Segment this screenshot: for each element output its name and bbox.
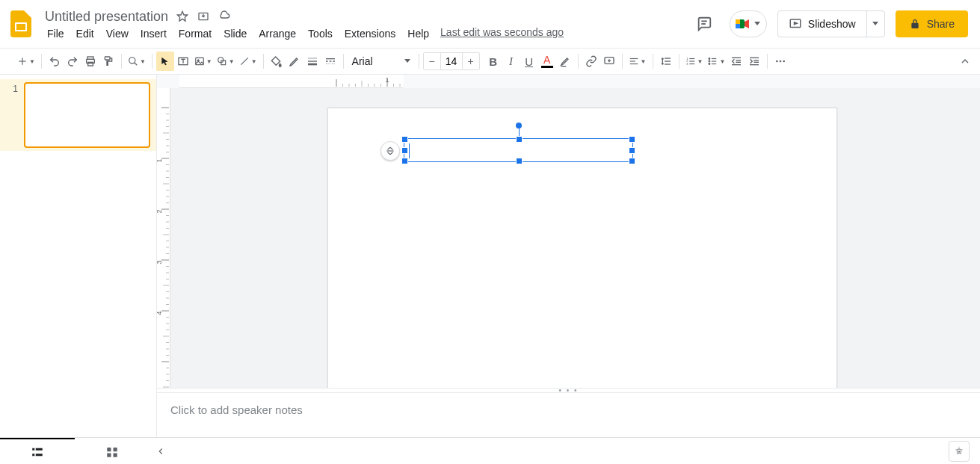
svg-rect-211 [32,454,34,456]
rotate-handle[interactable] [516,123,522,129]
share-label: Share [927,18,955,30]
line-tool-button[interactable]: ▼ [237,52,259,71]
select-tool-button[interactable] [156,52,174,71]
line-spacing-button[interactable] [657,52,675,71]
font-size-input[interactable] [440,53,463,69]
border-dash-button[interactable] [321,52,339,71]
horizontal-ruler[interactable]: 12345678 [179,75,404,88]
menu-arrange[interactable]: Arrange [253,26,301,41]
slide-preview [24,82,150,148]
more-tools-button[interactable] [771,52,789,71]
svg-point-54 [709,64,710,65]
slide-thumbnail-1[interactable]: 1 [0,79,156,151]
comments-icon[interactable] [689,9,719,39]
svg-point-19 [129,58,135,64]
shape-tool-button[interactable]: ▼ [215,52,237,71]
chevron-down-icon [754,22,760,26]
slide-canvas[interactable] [170,88,980,388]
redo-button[interactable] [64,52,81,71]
vertical-ruler[interactable]: 1234 [157,88,170,388]
menu-format[interactable]: Format [173,26,217,41]
explore-button[interactable] [949,441,970,462]
svg-rect-24 [196,58,204,64]
add-comment-button[interactable] [600,52,618,71]
menu-slide[interactable]: Slide [218,26,252,41]
slideshow-dropdown[interactable] [866,11,884,37]
svg-marker-8 [745,19,749,28]
menu-insert[interactable]: Insert [135,26,172,41]
resize-handle[interactable] [401,147,408,154]
resize-handle[interactable] [516,136,523,143]
highlight-button[interactable] [556,52,574,71]
slide[interactable] [327,108,837,388]
body-area: 1 12345678 1234 [0,75,980,437]
text-color-button[interactable]: A [538,52,556,71]
numbered-list-button[interactable]: 123▼ [683,52,706,71]
drag-handle-icon[interactable] [380,141,400,161]
grid-view-button[interactable] [75,438,150,465]
meet-button[interactable] [730,10,767,37]
star-icon[interactable] [176,10,189,23]
menu-help[interactable]: Help [402,26,434,41]
zoom-button[interactable]: ▼ [126,52,148,71]
resize-handle[interactable] [629,136,635,143]
header: Untitled presentation File Edit View Ins… [0,0,980,48]
hide-filmstrip-button[interactable] [150,446,172,457]
slideshow-button[interactable]: Slideshow [778,11,866,37]
menu-view[interactable]: View [101,26,134,41]
textbox-tool-button[interactable] [174,52,192,71]
svg-text:2: 2 [157,209,163,213]
link-button[interactable] [582,52,600,71]
increase-indent-button[interactable] [745,52,763,71]
new-slide-button[interactable]: ▼ [15,52,37,71]
paint-format-button[interactable] [99,52,117,71]
border-color-button[interactable] [286,52,303,71]
menu-file[interactable]: File [42,26,70,41]
decrease-indent-button[interactable] [727,52,745,71]
cloud-status-icon[interactable] [218,10,231,23]
font-select[interactable]: Arial [348,52,415,71]
font-name: Arial [352,55,373,67]
image-tool-button[interactable]: ▼ [192,52,215,71]
undo-button[interactable] [46,52,64,71]
font-size-decrease[interactable]: − [424,55,440,67]
resize-handle[interactable] [516,158,523,164]
hide-menus-button[interactable] [959,55,971,67]
svg-rect-215 [114,448,117,451]
filmstrip-view-button[interactable] [0,438,75,465]
resize-handle[interactable] [629,158,635,164]
font-size-increase[interactable]: + [463,55,479,67]
border-weight-button[interactable] [303,52,321,71]
underline-button[interactable]: U [520,52,538,71]
bold-button[interactable]: B [484,52,502,71]
selected-textbox[interactable] [404,138,633,162]
resize-handle[interactable] [401,158,408,164]
svg-marker-2 [177,11,187,21]
slide-number: 1 [10,82,18,148]
svg-rect-213 [36,454,43,456]
filmstrip[interactable]: 1 [0,75,157,437]
toolbar: ▼ ▼ ▼ ▼ ▼ Arial − + B I U A ▼ 123▼ ▼ [0,48,980,75]
align-button[interactable]: ▼ [626,52,649,71]
speaker-notes[interactable]: Click to add speaker notes [157,392,980,437]
menu-extensions[interactable]: Extensions [339,26,401,41]
last-edit-link[interactable]: Last edit was seconds ago [440,26,564,41]
slides-logo-icon[interactable] [6,9,36,39]
print-button[interactable] [81,52,99,71]
speaker-notes-placeholder: Click to add speaker notes [170,403,303,416]
present-icon [789,17,802,31]
fill-color-button[interactable] [268,52,286,71]
bulleted-list-button[interactable]: ▼ [705,52,727,71]
resize-handle[interactable] [629,147,635,154]
move-icon[interactable] [197,10,210,23]
svg-rect-18 [105,57,110,60]
italic-button[interactable]: I [502,52,520,71]
svg-rect-212 [36,448,43,450]
share-button[interactable]: Share [896,10,968,37]
menu-edit[interactable]: Edit [71,26,99,41]
resize-handle[interactable] [401,136,408,143]
doc-title[interactable]: Untitled presentation [42,7,171,26]
menu-tools[interactable]: Tools [303,26,338,41]
svg-text:1: 1 [385,76,389,84]
svg-rect-214 [107,448,111,451]
